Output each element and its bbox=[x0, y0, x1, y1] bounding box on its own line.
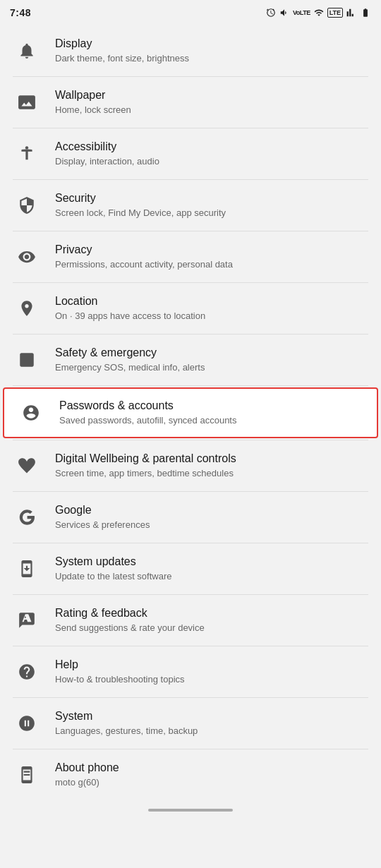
settings-item-systemupdates[interactable]: System updates Update to the latest soft… bbox=[0, 543, 381, 594]
item-subtitle-rating: Send suggestions & rate your device bbox=[55, 622, 205, 634]
passwords-icon bbox=[17, 399, 45, 427]
digitalwellbeing-icon bbox=[13, 452, 41, 480]
lte-icon: LTE bbox=[327, 8, 343, 18]
systemupdates-icon bbox=[13, 555, 41, 583]
svg-point-0 bbox=[25, 146, 28, 149]
item-text-accessibility: Accessibility Display, interaction, audi… bbox=[55, 140, 159, 168]
item-subtitle-display: Dark theme, font size, brightness bbox=[55, 53, 189, 65]
item-title-google: Google bbox=[55, 503, 150, 518]
item-title-aboutphone: About phone bbox=[55, 761, 119, 776]
item-text-privacy: Privacy Permissions, account activity, p… bbox=[55, 243, 233, 271]
volte-icon: VoLTE bbox=[293, 9, 310, 16]
display-icon bbox=[13, 37, 41, 65]
item-title-help: Help bbox=[55, 658, 185, 673]
item-text-help: Help How-to & troubleshooting topics bbox=[55, 658, 185, 686]
bottom-handle bbox=[148, 809, 233, 812]
item-subtitle-digitalwellbeing: Screen time, app timers, bedtime schedul… bbox=[55, 468, 236, 480]
settings-item-help[interactable]: Help How-to & troubleshooting topics bbox=[0, 646, 381, 697]
settings-item-aboutphone[interactable]: About phone moto g(60) bbox=[0, 749, 381, 800]
item-title-digitalwellbeing: Digital Wellbeing & parental controls bbox=[55, 452, 236, 466]
settings-item-google[interactable]: Google Services & preferences bbox=[0, 492, 381, 543]
settings-item-system[interactable]: System Languages, gestures, time, backup bbox=[0, 698, 381, 749]
item-text-aboutphone: About phone moto g(60) bbox=[55, 761, 119, 789]
settings-item-passwords[interactable]: Passwords & accounts Saved passwords, au… bbox=[3, 387, 378, 438]
item-text-display: Display Dark theme, font size, brightnes… bbox=[55, 37, 189, 65]
wifi-icon bbox=[314, 8, 324, 18]
alarm-icon bbox=[266, 8, 276, 18]
item-title-systemupdates: System updates bbox=[55, 555, 171, 569]
battery-icon bbox=[360, 8, 371, 18]
google-icon bbox=[13, 503, 41, 531]
settings-list: Display Dark theme, font size, brightnes… bbox=[0, 25, 381, 800]
item-subtitle-google: Services & preferences bbox=[55, 519, 150, 531]
status-bar: 7:48 VoLTE LTE bbox=[0, 0, 381, 25]
item-subtitle-privacy: Permissions, account activity, personal … bbox=[55, 259, 233, 271]
item-title-wallpaper: Wallpaper bbox=[55, 88, 131, 103]
item-subtitle-systemupdates: Update to the latest software bbox=[55, 571, 171, 583]
item-subtitle-system: Languages, gestures, time, backup bbox=[55, 725, 198, 737]
item-text-safety: Safety & emergency Emergency SOS, medica… bbox=[55, 346, 205, 374]
item-title-security: Security bbox=[55, 191, 226, 206]
item-title-display: Display bbox=[55, 37, 189, 52]
system-icon bbox=[13, 709, 41, 737]
item-text-location: Location On · 39 apps have access to loc… bbox=[55, 294, 205, 323]
wallpaper-icon bbox=[13, 88, 41, 116]
settings-item-safety[interactable]: Safety & emergency Emergency SOS, medica… bbox=[0, 334, 381, 385]
item-text-security: Security Screen lock, Find My Device, ap… bbox=[55, 191, 226, 219]
accessibility-icon bbox=[13, 140, 41, 168]
settings-item-wallpaper[interactable]: Wallpaper Home, lock screen bbox=[0, 77, 381, 128]
item-title-safety: Safety & emergency bbox=[55, 346, 205, 361]
rating-icon bbox=[13, 606, 41, 634]
status-time: 7:48 bbox=[10, 7, 31, 18]
item-text-passwords: Passwords & accounts Saved passwords, au… bbox=[59, 399, 236, 427]
item-title-passwords: Passwords & accounts bbox=[59, 399, 236, 414]
item-text-system: System Languages, gestures, time, backup bbox=[55, 709, 198, 737]
item-text-systemupdates: System updates Update to the latest soft… bbox=[55, 555, 171, 583]
signal-icon bbox=[346, 8, 356, 18]
help-icon bbox=[13, 658, 41, 686]
item-title-accessibility: Accessibility bbox=[55, 140, 159, 155]
settings-item-rating[interactable]: Rating & feedback Send suggestions & rat… bbox=[0, 595, 381, 646]
item-subtitle-security: Screen lock, Find My Device, app securit… bbox=[55, 207, 226, 219]
item-subtitle-aboutphone: moto g(60) bbox=[55, 777, 119, 789]
item-subtitle-accessibility: Display, interaction, audio bbox=[55, 156, 159, 168]
item-title-rating: Rating & feedback bbox=[55, 606, 205, 621]
settings-item-accessibility[interactable]: Accessibility Display, interaction, audi… bbox=[0, 128, 381, 179]
volume-icon bbox=[279, 8, 289, 18]
item-title-system: System bbox=[55, 709, 198, 724]
settings-item-digitalwellbeing[interactable]: Digital Wellbeing & parental controls Sc… bbox=[0, 440, 381, 491]
safety-icon bbox=[13, 346, 41, 374]
item-subtitle-passwords: Saved passwords, autofill, synced accoun… bbox=[59, 415, 236, 427]
settings-item-location[interactable]: Location On · 39 apps have access to loc… bbox=[0, 283, 381, 334]
item-text-rating: Rating & feedback Send suggestions & rat… bbox=[55, 606, 205, 634]
bottom-bar bbox=[0, 800, 381, 817]
item-text-digitalwellbeing: Digital Wellbeing & parental controls Sc… bbox=[55, 452, 236, 480]
item-subtitle-safety: Emergency SOS, medical info, alerts bbox=[55, 362, 205, 374]
aboutphone-icon bbox=[13, 761, 41, 789]
settings-item-display[interactable]: Display Dark theme, font size, brightnes… bbox=[0, 25, 381, 76]
item-title-location: Location bbox=[55, 294, 205, 309]
security-icon bbox=[13, 191, 41, 219]
item-subtitle-location: On · 39 apps have access to location bbox=[55, 311, 205, 323]
item-title-privacy: Privacy bbox=[55, 243, 233, 258]
item-text-wallpaper: Wallpaper Home, lock screen bbox=[55, 88, 131, 116]
item-subtitle-help: How-to & troubleshooting topics bbox=[55, 674, 185, 686]
settings-item-security[interactable]: Security Screen lock, Find My Device, ap… bbox=[0, 180, 381, 231]
location-icon bbox=[13, 294, 41, 323]
status-icons: VoLTE LTE bbox=[266, 8, 371, 18]
item-text-google: Google Services & preferences bbox=[55, 503, 150, 531]
settings-item-privacy[interactable]: Privacy Permissions, account activity, p… bbox=[0, 231, 381, 282]
item-subtitle-wallpaper: Home, lock screen bbox=[55, 104, 131, 116]
privacy-icon bbox=[13, 243, 41, 271]
